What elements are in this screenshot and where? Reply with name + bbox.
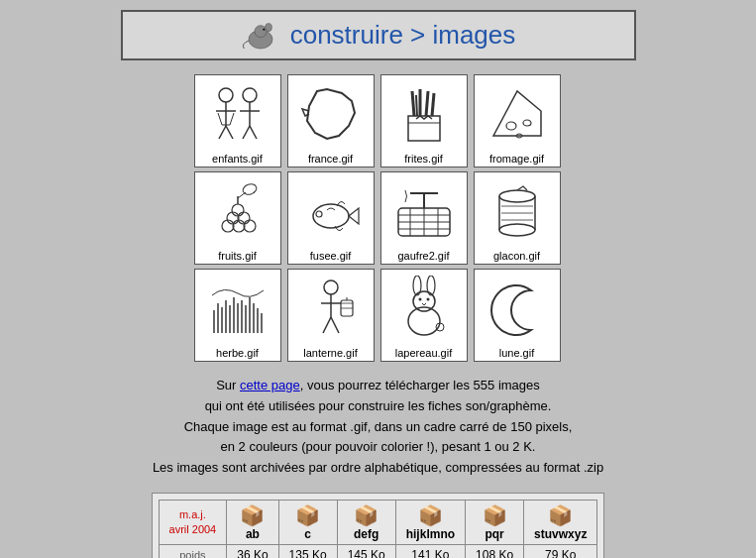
image-label-lapereau: lapereau.gif: [395, 347, 453, 359]
desc-line3: Chaque image est au format .gif, dans un…: [184, 419, 573, 434]
image-cell-lanterne[interactable]: lanterne.gif: [287, 269, 375, 362]
col-header-defg[interactable]: 📦defg: [337, 500, 395, 544]
thumb-lune: [482, 274, 553, 345]
svg-point-76: [413, 276, 421, 295]
col-poids-ab: 36 Ko: [227, 544, 278, 558]
thumb-herbe: [202, 274, 273, 345]
image-cell-fusee[interactable]: fusee.gif: [287, 171, 375, 265]
col-header-c[interactable]: 📦c: [278, 500, 337, 544]
thumb-fruits: [202, 176, 273, 248]
col-header-stuvwxyz[interactable]: 📦stuvwxyz: [524, 500, 597, 544]
col-header-ab[interactable]: 📦ab: [227, 500, 278, 544]
svg-point-79: [426, 298, 429, 301]
svg-point-9: [243, 88, 257, 102]
desc-line1: Sur cette page, vous pourrez télécharger…: [216, 378, 540, 392]
table-poids-row: poids 36 Ko135 Ko145 Ko141 Ko108 Ko79 Ko: [159, 544, 597, 558]
desc-link[interactable]: cette page: [240, 378, 300, 392]
table-header-row: m.a.j. avril 2004 📦ab📦c📦defg📦hijklmno📦pq…: [159, 500, 597, 544]
page-title: construire > images: [290, 20, 516, 51]
image-label-france: france.gif: [308, 153, 353, 165]
svg-point-22: [506, 122, 516, 130]
svg-line-16: [412, 91, 414, 116]
svg-line-19: [432, 93, 434, 116]
svg-line-7: [219, 126, 226, 139]
image-grid: enfants.gif france.gif: [194, 74, 563, 362]
col-poids-pqr: 108 Ko: [466, 544, 524, 558]
image-label-fusee: fusee.gif: [310, 250, 352, 262]
description-block: Sur cette page, vous pourrez télécharger…: [153, 376, 603, 479]
col-poids-stuvwxyz: 79 Ko: [524, 544, 597, 558]
image-cell-frites[interactable]: frites.gif: [380, 74, 468, 167]
image-cell-herbe[interactable]: herbe.gif: [194, 269, 281, 362]
svg-line-12: [243, 126, 250, 139]
svg-point-75: [413, 291, 435, 311]
col-poids-c: 135 Ko: [278, 544, 337, 558]
svg-line-69: [331, 317, 339, 333]
image-label-fruits: fruits.gif: [218, 250, 257, 262]
image-cell-lune[interactable]: lune.gif: [474, 269, 561, 362]
desc-line4: en 2 couleurs (pour pouvoir colorier !),…: [221, 439, 536, 454]
image-label-fromage: fromage.gif: [489, 153, 544, 165]
update-cell: m.a.j. avril 2004: [159, 500, 227, 544]
image-cell-lapereau[interactable]: lapereau.gif: [380, 269, 468, 362]
col-header-hijklmno[interactable]: 📦hijklmno: [395, 500, 465, 544]
svg-point-65: [324, 280, 338, 294]
update-date: avril 2004: [169, 523, 217, 535]
image-label-herbe: herbe.gif: [216, 347, 259, 359]
svg-point-3: [263, 28, 265, 30]
col-poids-hijklmno: 141 Ko: [395, 544, 465, 558]
col-header-pqr[interactable]: 📦pqr: [466, 500, 524, 544]
desc-line2: qui ont été utilisées pour construire le…: [205, 398, 552, 413]
poids-label: poids: [159, 544, 227, 558]
svg-point-1: [255, 25, 267, 37]
image-cell-gaufre2[interactable]: gaufre2.gif: [380, 171, 468, 265]
image-label-lanterne: lanterne.gif: [303, 347, 357, 359]
download-table-wrapper: m.a.j. avril 2004 📦ab📦c📦defg📦hijklmno📦pq…: [152, 493, 605, 558]
thumb-lanterne: [295, 274, 367, 345]
image-label-frites: frites.gif: [404, 153, 443, 165]
thumb-france: [295, 79, 367, 151]
svg-point-27: [244, 220, 256, 232]
image-cell-enfants[interactable]: enfants.gif: [194, 74, 281, 167]
thumb-fromage: [482, 79, 553, 151]
svg-line-13: [250, 126, 257, 139]
svg-point-2: [265, 23, 271, 31]
image-label-glacon: glacon.gif: [493, 250, 540, 262]
svg-line-8: [226, 126, 233, 139]
svg-point-35: [316, 211, 322, 217]
header-box: construire > images: [121, 10, 636, 60]
svg-marker-21: [493, 91, 541, 136]
svg-point-78: [418, 298, 421, 301]
svg-point-46: [499, 224, 535, 236]
image-cell-france[interactable]: france.gif: [287, 74, 375, 167]
svg-line-20: [416, 95, 417, 116]
image-cell-fruits[interactable]: fruits.gif: [194, 171, 281, 265]
image-label-enfants: enfants.gif: [212, 153, 263, 165]
download-table: m.a.j. avril 2004 📦ab📦c📦defg📦hijklmno📦pq…: [159, 500, 598, 558]
thumb-fusee: [295, 176, 367, 248]
update-label: m.a.j.: [179, 508, 206, 520]
image-label-lune: lune.gif: [499, 347, 534, 359]
thumb-lapereau: [388, 274, 460, 345]
image-cell-fromage[interactable]: fromage.gif: [474, 74, 561, 167]
svg-point-45: [499, 190, 535, 202]
desc-line5: Les images sont archivées par ordre alph…: [153, 460, 603, 475]
image-cell-glacon[interactable]: glacon.gif: [474, 171, 561, 265]
thumb-gaufre2: [388, 176, 460, 248]
svg-point-77: [427, 276, 435, 295]
svg-line-68: [323, 317, 331, 333]
svg-point-4: [219, 88, 233, 102]
svg-line-18: [426, 91, 428, 116]
image-label-gaufre2: gaufre2.gif: [398, 250, 450, 262]
svg-point-23: [523, 120, 531, 126]
mouse-icon: [241, 21, 280, 51]
thumb-frites: [388, 79, 460, 151]
col-poids-defg: 145 Ko: [337, 544, 395, 558]
thumb-enfants: [202, 79, 273, 151]
thumb-glacon: [482, 176, 553, 248]
